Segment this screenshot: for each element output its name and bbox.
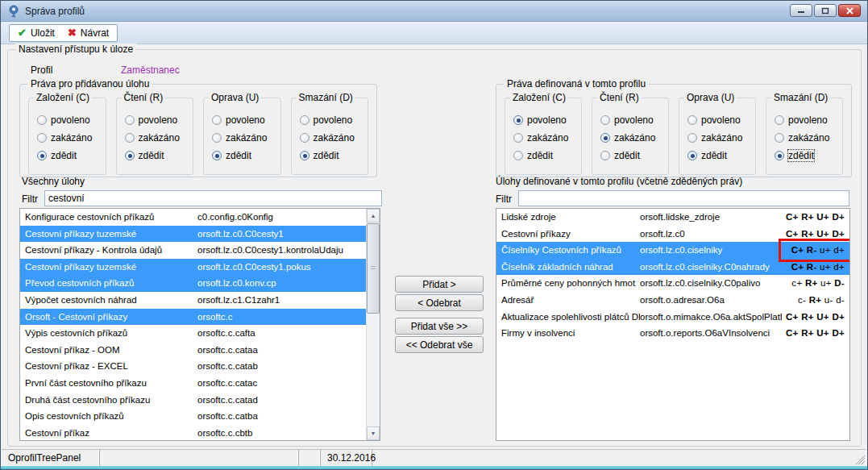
radio-button-icon[interactable] xyxy=(37,133,47,143)
radio-option-label[interactable]: zakázáno xyxy=(788,132,829,143)
task-list-item[interactable]: Výpis cestovních příkazůorsoftc.c.cafta xyxy=(20,325,366,342)
task-name: Cestovní příkazy - Kontrola údajů xyxy=(20,242,197,259)
scroll-down-icon[interactable]: ▼ xyxy=(367,426,380,440)
radio-button-icon[interactable] xyxy=(212,133,222,143)
radio-option-label[interactable]: povoleno xyxy=(314,114,353,126)
remove-all-button[interactable]: << Odebrat vše xyxy=(395,336,484,353)
task-name: Cestovní příkaz - OOM xyxy=(20,342,197,359)
profile-task-list-item[interactable]: Číselníky Cestovních příkazůorsoft.lz.c0… xyxy=(496,242,849,259)
radio-button-icon[interactable] xyxy=(775,133,784,143)
task-list-item[interactable]: Převod cestovních příkazůorsoft.lz.c0.ko… xyxy=(20,275,366,292)
task-list-item[interactable]: Konfigurace cestovních příkazůc0.config.… xyxy=(20,209,366,226)
radio-button-icon[interactable] xyxy=(513,151,523,160)
profile-task-list-item[interactable]: Aktualizace spolehlivosti plátců DPHorso… xyxy=(496,309,849,326)
profile-task-list-item[interactable]: Adresářorsoft.o.adresar.O6ac- R+ u- d- xyxy=(496,292,849,309)
add-all-button[interactable]: Přidat vše >> xyxy=(395,318,484,335)
add-button[interactable]: Přidat > xyxy=(395,276,484,293)
radio-button-icon[interactable] xyxy=(513,133,523,143)
radio-button-icon[interactable] xyxy=(212,115,222,125)
maximize-button[interactable] xyxy=(814,4,837,17)
radio-option-label[interactable]: povoleno xyxy=(788,114,828,126)
task-list-item[interactable]: Výpočet cestovních náhradorsoft.lz.c1.C1… xyxy=(20,292,366,309)
radio-button-icon[interactable] xyxy=(600,115,610,125)
radio-button-icon[interactable] xyxy=(775,115,784,125)
radio-option-label[interactable]: povoleno xyxy=(701,114,741,126)
radio-option-label[interactable]: zdědit xyxy=(226,150,251,161)
radio-option-label[interactable]: zdědit xyxy=(788,150,814,161)
remove-button[interactable]: < Odebrat xyxy=(395,294,484,311)
profile-tasks-filter-label: Filtr xyxy=(496,193,512,205)
back-button[interactable]: ✖ Návrat xyxy=(61,27,115,40)
task-list-item[interactable]: Cestovní příkazy tuzemskéorsoft.lz.c0.C0… xyxy=(20,259,366,276)
close-button[interactable] xyxy=(838,4,861,17)
radio-button-icon[interactable] xyxy=(125,115,135,125)
right-flag: C+ xyxy=(791,262,804,272)
radio-option-label[interactable]: povoleno xyxy=(51,114,90,126)
task-rights: c- R+ u- d- xyxy=(782,292,849,309)
profile-task-list-item[interactable]: Lidské zdrojeorsoft.lidske_zdrojeC+ R+ U… xyxy=(496,209,849,226)
vertical-scrollbar[interactable]: ▲ ▼ xyxy=(366,209,380,440)
profile-task-list-item[interactable]: Cestovní příkazyorsoft.lz.c0C+ R+ U+ D+ xyxy=(496,226,849,243)
task-list-item[interactable]: První část cestovního příkazuorsoftc.c.c… xyxy=(20,375,366,392)
title-bar[interactable]: Správa profilů xyxy=(1,1,867,22)
radio-option-row: zakázáno xyxy=(600,129,662,147)
task-list-item[interactable]: Orsoft - Cestovní příkazyorsoftc.c xyxy=(20,309,366,326)
radio-option-label[interactable]: zdědit xyxy=(527,150,553,161)
profile-tasks-filter-input[interactable] xyxy=(518,190,849,206)
profile-task-list-item[interactable]: Firmy v insolvenciorsoft.o.reports.O6aVI… xyxy=(496,325,849,342)
radio-option-label[interactable]: zakázáno xyxy=(314,132,355,143)
task-list-item[interactable]: Druhá část cestovního příkazuorsoftc.c.c… xyxy=(20,392,366,409)
task-list-item[interactable]: Cestovní příkaz - EXCELorsoftc.c.catab xyxy=(20,358,366,375)
scroll-up-icon[interactable]: ▲ xyxy=(367,209,380,223)
radio-button-icon[interactable] xyxy=(300,151,309,160)
radio-button-icon[interactable] xyxy=(687,115,697,125)
profile-task-list-item[interactable]: Číselník základních náhradorsoft.lz.c0.c… xyxy=(496,259,849,276)
radio-option-label[interactable]: povoleno xyxy=(614,114,654,126)
radio-button-icon[interactable] xyxy=(687,151,697,160)
radio-option-label[interactable]: zdědit xyxy=(314,150,339,161)
minimize-button[interactable] xyxy=(790,4,812,17)
radio-button-icon[interactable] xyxy=(125,133,135,143)
radio-button-icon[interactable] xyxy=(37,115,47,125)
radio-option-row: zdědit xyxy=(300,147,362,164)
save-button[interactable]: ✔ Uložit xyxy=(11,27,61,40)
profile-task-list-item[interactable]: Průměrné ceny pohonných hmotorsoft.lz.c0… xyxy=(496,275,849,292)
radio-option-label[interactable]: zdědit xyxy=(701,150,727,161)
radio-option-label[interactable]: povoleno xyxy=(527,114,567,126)
rights-new-task-group: Práva pro přidávanou úlohu Založení (C)p… xyxy=(19,84,377,177)
radio-button-icon[interactable] xyxy=(125,151,135,160)
task-list-item[interactable]: Cestovní příkazy tuzemskéorsoft.lz.c0.C0… xyxy=(20,226,366,243)
radio-option-label[interactable]: zdědit xyxy=(51,150,77,161)
radio-option-label[interactable]: zdědit xyxy=(614,150,640,161)
task-list-item[interactable]: Cestovní příkazorsoftc.c.cbtb xyxy=(20,425,366,440)
profile-label: Profil xyxy=(31,64,121,76)
scrollbar-thumb[interactable] xyxy=(367,223,380,314)
task-path: orsoftc.c.cataa xyxy=(197,342,366,359)
radio-button-icon[interactable] xyxy=(775,151,784,160)
radio-button-icon[interactable] xyxy=(600,133,610,143)
radio-option-label[interactable]: povoleno xyxy=(226,114,265,126)
radio-button-icon[interactable] xyxy=(513,115,523,125)
task-name: Konfigurace cestovních příkazů xyxy=(20,209,197,226)
radio-option-label[interactable]: zakázáno xyxy=(527,132,568,143)
task-rights: C+ R+ U+ D+ xyxy=(782,325,849,342)
radio-button-icon[interactable] xyxy=(37,151,47,160)
radio-option-label[interactable]: zakázáno xyxy=(226,132,267,143)
radio-option-label[interactable]: zdědit xyxy=(139,150,164,161)
radio-button-icon[interactable] xyxy=(300,115,309,125)
radio-option-label[interactable]: povoleno xyxy=(139,114,178,126)
radio-button-icon[interactable] xyxy=(687,133,697,143)
all-tasks-filter-input[interactable] xyxy=(44,190,382,206)
radio-button-icon[interactable] xyxy=(300,133,309,143)
radio-option-label[interactable]: zakázáno xyxy=(139,132,180,143)
radio-option-label[interactable]: zakázáno xyxy=(701,132,742,143)
task-list-item[interactable]: Opis cestovních příkazůorsoftc.c.catba xyxy=(20,408,366,425)
profile-tasks-list: Lidské zdrojeorsoft.lidske_zdrojeC+ R+ U… xyxy=(496,208,850,441)
task-list-item[interactable]: Cestovní příkazy - Kontrola údajůorsoft.… xyxy=(20,242,366,259)
radio-option-label[interactable]: zakázáno xyxy=(51,132,92,143)
radio-option-label[interactable]: zakázáno xyxy=(614,132,655,143)
radio-button-icon[interactable] xyxy=(212,151,222,160)
task-list-item[interactable]: Cestovní příkaz - OOMorsoftc.c.cataa xyxy=(20,342,366,359)
resize-grip-icon[interactable] xyxy=(854,454,865,464)
radio-button-icon[interactable] xyxy=(600,151,610,160)
